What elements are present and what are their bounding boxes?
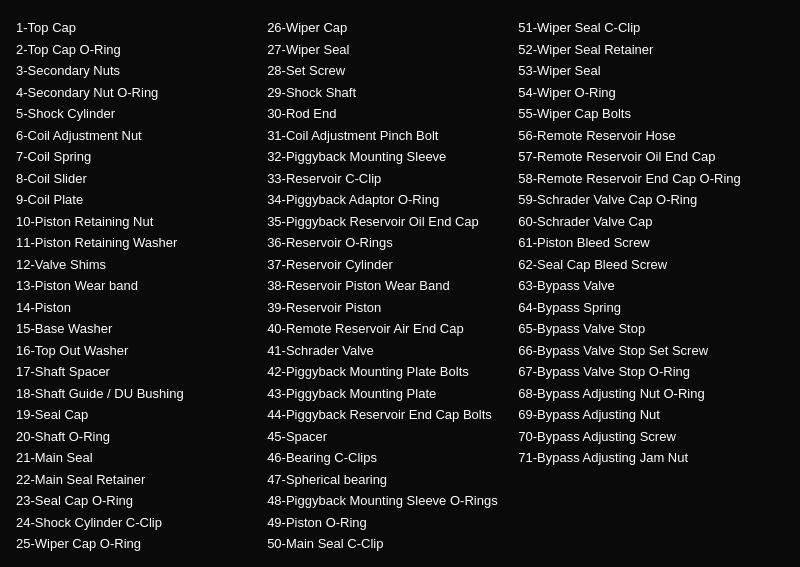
list-item: 47-Spherical bearing [267,470,510,490]
column-2: 26-Wiper Cap27-Wiper Seal28-Set Screw29-… [267,18,518,549]
list-item: 4-Secondary Nut O-Ring [16,83,259,103]
list-item: 44-Piggyback Reservoir End Cap Bolts [267,405,507,425]
list-item: 29-Shock Shaft [267,83,510,103]
list-item: 65-Bypass Valve Stop [518,319,784,339]
list-item: 3-Secondary Nuts [16,61,259,81]
list-item: 60-Schrader Valve Cap [518,212,784,232]
list-item: 11-Piston Retaining Washer [16,233,259,253]
list-item: 35-Piggyback Reservoir Oil End Cap [267,212,507,232]
list-item: 9-Coil Plate [16,190,259,210]
list-item: 10-Piston Retaining Nut [16,212,259,232]
list-item: 17-Shaft Spacer [16,362,259,382]
list-item: 1-Top Cap [16,18,259,38]
list-item: 42-Piggyback Mounting Plate Bolts [267,362,510,382]
list-item: 26-Wiper Cap [267,18,510,38]
list-item: 61-Piston Bleed Screw [518,233,784,253]
list-item: 34-Piggyback Adaptor O-Ring [267,190,510,210]
list-item: 39-Reservoir Piston [267,298,510,318]
list-item: 38-Reservoir Piston Wear Band [267,276,510,296]
list-item: 45-Spacer [267,427,510,447]
list-item: 52-Wiper Seal Retainer [518,40,784,60]
list-item: 37-Reservoir Cylinder [267,255,510,275]
list-item: 28-Set Screw [267,61,510,81]
list-item: 6-Coil Adjustment Nut [16,126,259,146]
list-item: 54-Wiper O-Ring [518,83,784,103]
parts-list-page: 1-Top Cap2-Top Cap O-Ring3-Secondary Nut… [0,0,800,567]
list-item: 16-Top Out Washer [16,341,259,361]
list-item: 8-Coil Slider [16,169,259,189]
list-item: 48-Piggyback Mounting Sleeve O-Rings [267,491,507,511]
list-item: 46-Bearing C-Clips [267,448,510,468]
list-item: 24-Shock Cylinder C-Clip [16,513,259,533]
list-item: 70-Bypass Adjusting Screw [518,427,784,447]
list-item: 56-Remote Reservoir Hose [518,126,784,146]
list-item: 64-Bypass Spring [518,298,784,318]
list-item: 63-Bypass Valve [518,276,784,296]
list-item: 68-Bypass Adjusting Nut O-Ring [518,384,784,404]
list-item: 55-Wiper Cap Bolts [518,104,784,124]
list-item: 30-Rod End [267,104,510,124]
list-item: 21-Main Seal [16,448,259,468]
list-item: 25-Wiper Cap O-Ring [16,534,259,554]
list-item: 23-Seal Cap O-Ring [16,491,259,511]
list-item: 12-Valve Shims [16,255,259,275]
list-item: 50-Main Seal C-Clip [267,534,510,554]
list-item: 40-Remote Reservoir Air End Cap [267,319,507,339]
list-item: 32-Piggyback Mounting Sleeve [267,147,510,167]
list-item: 71-Bypass Adjusting Jam Nut [518,448,784,468]
list-item: 20-Shaft O-Ring [16,427,259,447]
list-item: 43-Piggyback Mounting Plate [267,384,510,404]
list-item: 14-Piston [16,298,259,318]
list-item: 7-Coil Spring [16,147,259,167]
list-item: 62-Seal Cap Bleed Screw [518,255,784,275]
list-item: 51-Wiper Seal C-Clip [518,18,784,38]
list-item: 67-Bypass Valve Stop O-Ring [518,362,784,382]
list-item: 13-Piston Wear band [16,276,259,296]
list-item: 69-Bypass Adjusting Nut [518,405,784,425]
list-item: 57-Remote Reservoir Oil End Cap [518,147,778,167]
list-item: 2-Top Cap O-Ring [16,40,259,60]
list-item: 59-Schrader Valve Cap O-Ring [518,190,784,210]
list-item: 19-Seal Cap [16,405,259,425]
list-item: 53-Wiper Seal [518,61,784,81]
list-item: 15-Base Washer [16,319,259,339]
list-item: 22-Main Seal Retainer [16,470,259,490]
list-item: 33-Reservoir C-Clip [267,169,510,189]
list-item: 49-Piston O-Ring [267,513,510,533]
list-item: 58-Remote Reservoir End Cap O-Ring [518,169,778,189]
list-item: 36-Reservoir O-Rings [267,233,510,253]
column-1: 1-Top Cap2-Top Cap O-Ring3-Secondary Nut… [16,18,267,549]
list-item: 5-Shock Cylinder [16,104,259,124]
list-item: 31-Coil Adjustment Pinch Bolt [267,126,510,146]
column-3: 51-Wiper Seal C-Clip52-Wiper Seal Retain… [518,18,784,549]
list-item: 18-Shaft Guide / DU Bushing [16,384,259,404]
list-item: 66-Bypass Valve Stop Set Screw [518,341,778,361]
list-item: 41-Schrader Valve [267,341,510,361]
list-item: 27-Wiper Seal [267,40,510,60]
